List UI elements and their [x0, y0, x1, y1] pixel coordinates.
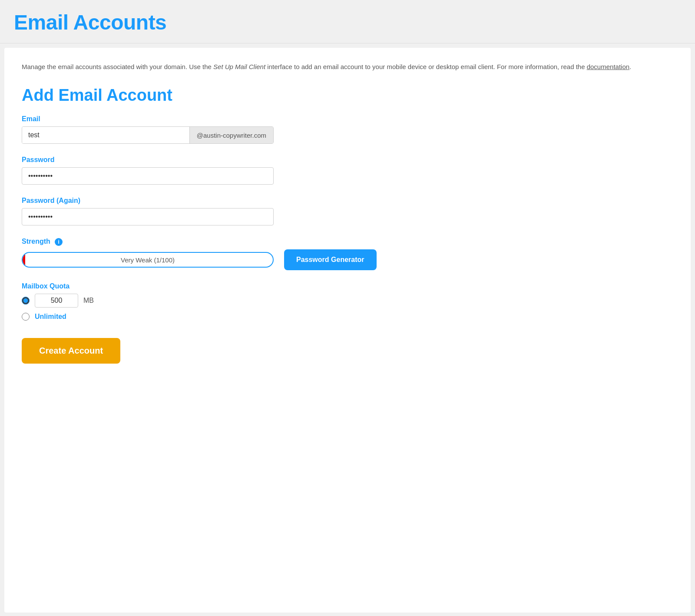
strength-info-icon[interactable]: i: [55, 238, 63, 246]
strength-field-group: Strength i Very Weak (1/100) Password Ge…: [22, 238, 673, 270]
strength-bar: Very Weak (1/100): [22, 252, 274, 268]
main-content: Manage the email accounts associated wit…: [4, 48, 691, 613]
quota-unlimited-option: Unlimited: [22, 313, 673, 321]
description-after-italic: interface to add an email account to you…: [265, 63, 587, 70]
quota-unlimited-radio[interactable]: [22, 313, 30, 321]
description-text: Manage the email accounts associated wit…: [22, 62, 673, 72]
strength-row: Very Weak (1/100) Password Generator: [22, 249, 673, 270]
description-italic: Set Up Mail Client: [213, 63, 265, 70]
email-label: Email: [22, 115, 673, 123]
email-input-row: @austin-copywriter.com: [22, 126, 274, 144]
quota-mb-radio[interactable]: [22, 297, 30, 305]
description-end: .: [629, 63, 631, 70]
mailbox-quota-label: Mailbox Quota: [22, 282, 673, 290]
password-input[interactable]: [22, 167, 274, 185]
password-again-input[interactable]: [22, 208, 274, 225]
password-field-group: Password: [22, 156, 673, 185]
create-account-button[interactable]: Create Account: [22, 338, 120, 364]
description-before-italic: Manage the email accounts associated wit…: [22, 63, 213, 70]
strength-label: Strength i: [22, 238, 673, 246]
mailbox-quota-section: Mailbox Quota MB Unlimited: [22, 282, 673, 321]
strength-bar-text: Very Weak (1/100): [23, 256, 273, 263]
password-generator-button[interactable]: Password Generator: [284, 249, 377, 270]
email-field-group: Email @austin-copywriter.com: [22, 115, 673, 144]
page-title: Email Accounts: [14, 10, 681, 34]
email-username-input[interactable]: [22, 127, 189, 143]
add-email-account-title: Add Email Account: [22, 86, 673, 105]
email-domain-badge: @austin-copywriter.com: [189, 127, 273, 143]
quota-mb-option: MB: [22, 294, 673, 308]
unlimited-label[interactable]: Unlimited: [35, 313, 66, 321]
password-again-label: Password (Again): [22, 197, 673, 205]
password-label: Password: [22, 156, 673, 164]
password-again-field-group: Password (Again): [22, 197, 673, 225]
quota-unit: MB: [83, 297, 94, 305]
page-header: Email Accounts: [0, 0, 695, 43]
documentation-link[interactable]: documentation: [587, 63, 629, 70]
quota-number-input[interactable]: [35, 294, 78, 308]
